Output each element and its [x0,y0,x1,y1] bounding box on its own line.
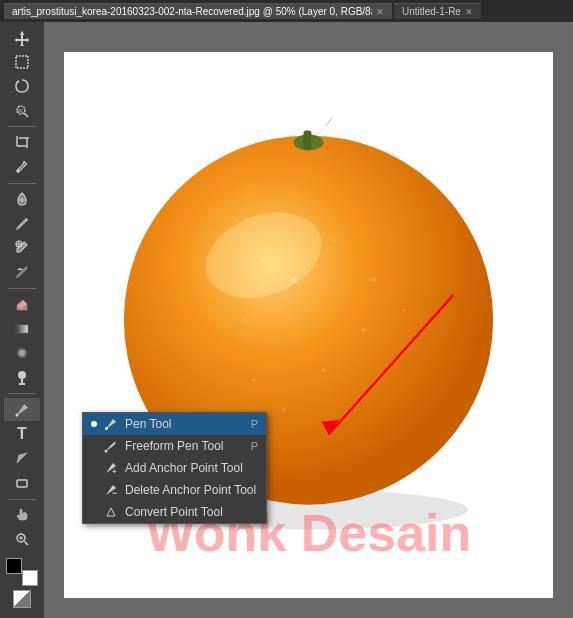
text-tool[interactable]: T [4,422,40,445]
tab-2-label: Untitled-1-Re [402,6,461,17]
add-anchor-icon: + [103,460,119,476]
toolbar: W [0,22,44,618]
tab-2-close[interactable]: ✕ [465,7,473,17]
freeform-pen-shortcut: P [251,440,258,452]
quick-selection-tool[interactable]: W [4,99,40,122]
divider-5 [8,499,36,500]
main-layout: W [0,22,573,618]
freeform-pen-label: Freeform Pen Tool [125,439,258,453]
delete-anchor-label: Delete Anchor Point Tool [125,483,258,497]
crop-tool[interactable] [4,131,40,154]
svg-point-42 [252,378,256,382]
pen-tool-menu-item[interactable]: Pen Tool P [83,413,266,435]
svg-rect-27 [17,480,27,487]
divider-4 [8,393,36,394]
gradient-tool[interactable] [4,317,40,340]
shape-tool[interactable] [4,471,40,494]
color-swatch-area [6,552,38,614]
add-anchor-label: Add Anchor Point Tool [125,461,258,475]
freeform-pen-menu-item[interactable]: Freeform Pen Tool P [83,435,266,457]
svg-point-38 [242,319,245,322]
tab-2[interactable]: Untitled-1-Re ✕ [394,3,481,19]
tab-1-label: artis_prostitusi_korea-20160323-002-nta-… [12,6,372,17]
svg-point-50 [105,427,108,430]
history-brush-tool[interactable] [4,261,40,284]
svg-rect-47 [304,130,312,150]
tab-1-close[interactable]: ✕ [376,7,384,17]
blur-tool[interactable] [4,342,40,365]
svg-point-41 [322,368,325,371]
svg-rect-20 [16,325,28,333]
svg-point-23 [18,371,26,379]
convert-point-label: Convert Point Tool [125,505,258,519]
svg-line-29 [25,542,29,546]
svg-point-11 [17,170,20,173]
background-color-swatch[interactable] [22,570,38,586]
pen-tool-icon [103,416,119,432]
svg-point-22 [19,350,25,356]
rectangular-marquee-tool[interactable] [4,50,40,73]
divider-3 [8,288,36,289]
eyedropper-tool[interactable] [4,156,40,179]
delete-anchor-menu-item[interactable]: − Delete Anchor Point Tool [83,479,266,501]
clone-stamp-tool[interactable] [4,236,40,259]
divider-2 [8,183,36,184]
context-menu: Pen Tool P Freeform Pen Tool P [82,412,267,524]
mode-icons [6,590,38,608]
brush-tool[interactable] [4,212,40,235]
foreground-color-swatch[interactable] [6,558,22,574]
path-selection-tool[interactable] [4,447,40,470]
svg-point-26 [16,413,19,416]
svg-text:+: + [112,467,117,475]
pen-tool[interactable] [4,398,40,421]
spot-healing-tool[interactable] [4,188,40,211]
svg-rect-2 [16,56,28,68]
pen-tool-label: Pen Tool [125,417,258,431]
eraser-tool[interactable] [4,293,40,316]
svg-marker-1 [15,31,29,46]
svg-text:W: W [17,108,23,114]
active-indicator [91,421,97,427]
svg-point-36 [332,239,335,242]
move-tool[interactable] [4,26,40,49]
hand-tool[interactable] [4,503,40,526]
add-anchor-menu-item[interactable]: + Add Anchor Point Tool [83,457,266,479]
svg-point-44 [282,408,286,412]
svg-line-5 [24,113,28,117]
title-bar: artis_prostitusi_korea-20160323-002-nta-… [0,0,573,22]
delete-anchor-icon: − [103,482,119,498]
svg-point-40 [361,328,365,332]
pen-tool-shortcut: P [251,418,258,430]
svg-point-43 [402,309,405,312]
tab-1[interactable]: artis_prostitusi_korea-20160323-002-nta-… [4,3,392,19]
convert-point-menu-item[interactable]: Convert Point Tool [83,501,266,523]
color-swatches[interactable] [6,558,38,586]
zoom-tool[interactable] [4,528,40,551]
lasso-tool[interactable] [4,75,40,98]
svg-point-37 [371,278,375,282]
dodge-tool[interactable] [4,366,40,389]
divider-1 [8,126,36,127]
svg-point-51 [105,450,108,453]
freeform-pen-icon [103,438,119,454]
convert-point-icon [103,504,119,520]
canvas-area[interactable]: Wonk Desain Pen Tool P [44,22,573,618]
quick-mask-icon[interactable] [13,590,31,608]
svg-text:−: − [112,488,117,497]
